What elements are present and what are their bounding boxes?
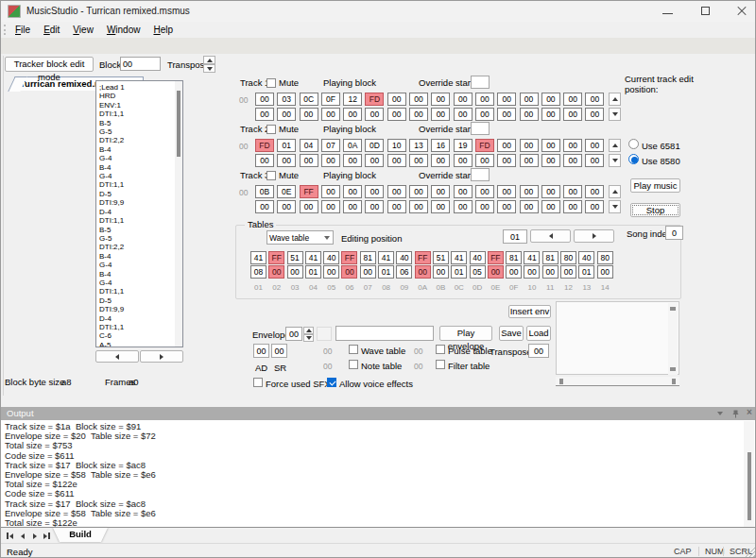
track-cell[interactable]: 00 bbox=[387, 185, 406, 198]
track-3-mute-checkbox[interactable] bbox=[266, 171, 276, 180]
track-cell[interactable]: 00 bbox=[343, 108, 362, 121]
track-cell[interactable]: 19 bbox=[454, 139, 472, 152]
wave-cell[interactable]: FF bbox=[341, 251, 357, 264]
editing-position-input[interactable]: 01 bbox=[503, 229, 527, 244]
track-cell[interactable]: 00 bbox=[365, 200, 384, 213]
track-cell[interactable]: 00 bbox=[585, 139, 604, 152]
track-2-row-1[interactable]: FD0104070A0D10131619FD0000000000 bbox=[255, 139, 604, 152]
wave-cell[interactable]: 81 bbox=[506, 251, 522, 264]
track-cell[interactable]: 00 bbox=[541, 185, 560, 198]
track-cell[interactable]: 0A bbox=[343, 139, 362, 152]
wave-cell[interactable]: 01 bbox=[451, 265, 467, 279]
maximize-button[interactable] bbox=[691, 1, 723, 22]
track-cell[interactable]: 00 bbox=[454, 154, 472, 167]
track-1-row-2[interactable]: 00000000000000000000000000000000 bbox=[255, 108, 604, 121]
block-list-item[interactable]: DTI:1,1 bbox=[99, 216, 182, 225]
tracker-mode-button[interactable]: Tracker block edit mode bbox=[5, 57, 94, 72]
track-cell[interactable]: 00 bbox=[563, 154, 582, 167]
use-8580-radio[interactable] bbox=[628, 154, 639, 164]
wave-cell[interactable]: 41 bbox=[451, 251, 467, 264]
track-cell[interactable]: 00 bbox=[409, 154, 428, 167]
track-cell[interactable]: 00 bbox=[321, 185, 340, 198]
track-cell[interactable]: 00 bbox=[431, 154, 450, 167]
wave-cell[interactable]: 40 bbox=[578, 251, 594, 264]
envelope-number-input[interactable]: 00 bbox=[285, 327, 302, 341]
wave-cell[interactable]: 40 bbox=[470, 251, 486, 264]
track-cell[interactable]: 00 bbox=[585, 93, 604, 106]
track-cell[interactable]: 0D bbox=[365, 139, 384, 152]
track-3-override-input[interactable] bbox=[471, 168, 490, 181]
block-list-item[interactable]: DTI:2,2 bbox=[99, 243, 182, 251]
track-cell[interactable]: 00 bbox=[475, 154, 494, 167]
preview-horizontal-scrollbar[interactable] bbox=[556, 377, 679, 386]
track-cell[interactable]: FD bbox=[475, 139, 494, 152]
track-cell[interactable]: 00 bbox=[343, 185, 362, 198]
track-cell[interactable]: 00 bbox=[520, 154, 539, 167]
wave-cell[interactable]: 00 bbox=[542, 265, 558, 279]
block-list[interactable]: ;Lead 1HRDENV:1DTI:1,1B-5G-5DTI:2,2B-4G-… bbox=[95, 80, 183, 347]
track-1-row-1[interactable]: 00030C0F12FD00000000000000000000 bbox=[255, 93, 604, 106]
track-cell[interactable]: 00 bbox=[563, 108, 582, 121]
track-cell[interactable]: 03 bbox=[277, 93, 296, 106]
track-cell[interactable]: 00 bbox=[277, 154, 296, 167]
build-tab[interactable]: Build bbox=[53, 528, 108, 542]
track-cell[interactable]: FD bbox=[365, 93, 384, 106]
block-next-button[interactable] bbox=[140, 350, 183, 363]
track-cell[interactable]: 00 bbox=[431, 108, 450, 121]
output-close-icon[interactable]: × bbox=[747, 407, 752, 417]
wave-cell[interactable]: 00 bbox=[287, 265, 303, 279]
scrollbar-thumb[interactable] bbox=[747, 452, 751, 520]
wave-cell[interactable]: 00 bbox=[268, 265, 284, 279]
track-2-row-2[interactable]: 00000000000000000000000000000000 bbox=[255, 154, 604, 167]
track-cell[interactable]: 00 bbox=[563, 200, 582, 213]
play-envelope-button[interactable]: Play envelope bbox=[439, 326, 492, 341]
output-scrollbar[interactable] bbox=[744, 421, 754, 527]
table-prev-button[interactable] bbox=[530, 229, 571, 243]
track-cell[interactable]: 00 bbox=[387, 108, 406, 121]
wave-cell[interactable]: 00 bbox=[415, 265, 431, 279]
track-cell[interactable]: 00 bbox=[255, 154, 274, 167]
track-cell[interactable]: 00 bbox=[431, 200, 450, 213]
track-cell[interactable]: 00 bbox=[343, 154, 362, 167]
track-cell[interactable]: 00 bbox=[387, 93, 406, 106]
wave-cell[interactable]: 51 bbox=[287, 251, 303, 264]
track-cell[interactable]: 00 bbox=[387, 154, 406, 167]
wave-table-row-1[interactable]: 41FF514140FF814140FF514140FF814181804080 bbox=[250, 251, 613, 264]
block-list-item[interactable]: B-4 bbox=[99, 252, 182, 261]
track-cell[interactable]: 00 bbox=[585, 185, 604, 198]
track-cell[interactable]: 00 bbox=[475, 200, 494, 213]
block-list-item[interactable]: B-4 bbox=[99, 145, 182, 154]
track-cell[interactable]: 00 bbox=[541, 108, 560, 121]
block-list-item[interactable]: DTI:9,9 bbox=[99, 305, 182, 313]
track-cell[interactable]: 13 bbox=[409, 139, 428, 152]
track-cell[interactable]: 00 bbox=[563, 93, 582, 106]
table-next-button[interactable] bbox=[574, 229, 614, 243]
track-2-mute-checkbox[interactable] bbox=[266, 125, 276, 134]
track-cell[interactable]: 00 bbox=[343, 200, 362, 213]
wave-cell[interactable]: 00 bbox=[488, 265, 504, 279]
filter-table-checkbox[interactable] bbox=[436, 360, 445, 369]
wave-cell[interactable]: 00 bbox=[524, 265, 540, 279]
wave-cell[interactable]: 81 bbox=[542, 251, 558, 264]
wave-cell[interactable]: FF bbox=[488, 251, 504, 264]
track-cell[interactable]: 00 bbox=[365, 154, 384, 167]
wave-cell[interactable]: 80 bbox=[560, 251, 576, 264]
envelope-spinner-down[interactable] bbox=[303, 334, 314, 342]
block-list-item[interactable]: DTI:1,1 bbox=[99, 110, 182, 118]
track-cell[interactable]: 00 bbox=[497, 200, 516, 213]
song-index-input[interactable]: 0 bbox=[665, 226, 683, 240]
track-cell[interactable]: 00 bbox=[454, 185, 472, 198]
load-button[interactable]: Load bbox=[526, 326, 551, 341]
wave-cell[interactable]: 41 bbox=[250, 251, 266, 264]
track-3-spinner-down[interactable] bbox=[609, 200, 621, 213]
track-1-override-input[interactable] bbox=[471, 76, 490, 89]
wave-cell[interactable]: 51 bbox=[433, 251, 449, 264]
track-1-spinner-up[interactable] bbox=[609, 93, 621, 106]
track-cell[interactable]: 0B bbox=[255, 185, 274, 198]
block-list-item[interactable]: D-5 bbox=[99, 296, 182, 305]
track-cell[interactable]: 00 bbox=[520, 200, 539, 213]
track-cell[interactable]: 00 bbox=[277, 200, 296, 213]
wave-table-checkbox[interactable] bbox=[349, 345, 358, 354]
track-2-override-input[interactable] bbox=[471, 122, 490, 135]
block-list-scrollbar[interactable] bbox=[175, 81, 182, 347]
